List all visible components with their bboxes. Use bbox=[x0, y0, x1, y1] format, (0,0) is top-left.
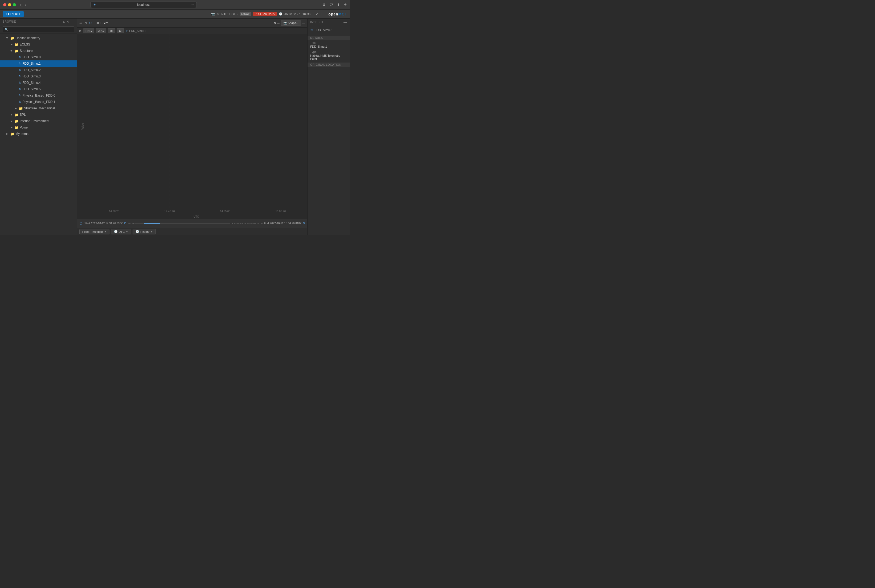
browse-label: BROWSE bbox=[3, 20, 16, 23]
snapshot-button[interactable]: 📷 Snaps... bbox=[281, 21, 301, 26]
x-label: 15:03:20 bbox=[275, 210, 286, 213]
clock-icon: 🕐 bbox=[279, 12, 283, 16]
tree-nav-icon[interactable]: ▶ bbox=[79, 29, 81, 33]
history-button[interactable]: 🕐 History ▼ bbox=[132, 229, 156, 234]
telemetry-icon: ↻ bbox=[19, 87, 21, 91]
refresh-icon[interactable]: ↻ bbox=[274, 21, 276, 25]
inspect-close-icon[interactable]: — bbox=[343, 20, 347, 24]
sidebar-item-fdd-simu-1[interactable]: ▶ ↻ FDD_Simu.1 bbox=[0, 60, 77, 67]
sidebar-item-my-items[interactable]: ▶ 📁 My Items bbox=[0, 130, 77, 137]
realtime-icon[interactable]: ↻ bbox=[84, 21, 87, 25]
sidebar-item-structure[interactable]: ▶ 📁 Structure bbox=[0, 48, 77, 54]
window-icons: ⊡ ‹ bbox=[20, 3, 26, 7]
sidebar-item-label: SPL bbox=[20, 113, 26, 117]
sidebar-item-spl[interactable]: ▶ 📁 SPL bbox=[0, 111, 77, 118]
snapshots-count: 0 SNAPSHOTS bbox=[217, 12, 238, 16]
chart-area: Value 14:38:20 14:46:40 14:55:00 15:03:2… bbox=[77, 34, 307, 219]
start-calendar-icon[interactable]: 🗓 bbox=[124, 222, 126, 225]
png-button[interactable]: PNG bbox=[83, 28, 94, 33]
sidebar-item-label: FDD_Simu.5 bbox=[23, 87, 41, 91]
view-options-icon[interactable]: ··· bbox=[277, 21, 280, 25]
clear-data-button[interactable]: ✕ CLEAR DATA bbox=[253, 12, 277, 16]
sidebar-item-fdd-simu-4[interactable]: ▶ ↻ FDD_Simu.4 bbox=[0, 80, 77, 86]
arrow-icon: ▶ bbox=[14, 107, 18, 110]
end-time: 2022-10-12 15:04:26.810Z bbox=[270, 222, 301, 225]
folder-icon: 📁 bbox=[14, 119, 19, 123]
fixed-timespan-button[interactable]: Fixed Timespan ▼ bbox=[79, 229, 110, 234]
x-label: 14:46:40 bbox=[164, 210, 175, 213]
start-label: Start bbox=[84, 222, 90, 225]
sidebar-item-interior-environment[interactable]: ▶ 📁 Interior_Environment bbox=[0, 118, 77, 124]
create-button[interactable]: + CREATE bbox=[3, 11, 24, 17]
scrubber-track[interactable] bbox=[134, 223, 230, 224]
sidebar-collapse-icon[interactable]: — bbox=[71, 20, 74, 23]
address-bar[interactable]: ✦ localhost ⋯ bbox=[90, 2, 197, 8]
jpg-button[interactable]: JPG bbox=[96, 28, 106, 33]
telemetry-icon: ↻ bbox=[19, 75, 21, 78]
top-toolbar: + CREATE 📷 0 SNAPSHOTS SHOW ✕ CLEAR DATA… bbox=[0, 10, 350, 19]
close-button[interactable] bbox=[3, 3, 6, 6]
orig-location-header: ORIGINAL LOCATION bbox=[308, 63, 350, 67]
telemetry-icon: ↻ bbox=[19, 68, 21, 72]
maximize-button[interactable] bbox=[13, 3, 16, 6]
title-detail-row: Title FDD_Simu.1 bbox=[308, 40, 350, 49]
sidebar-item-eclss[interactable]: ▶ 📁 ECLSS bbox=[0, 41, 77, 48]
sidebar-toggle-icon[interactable]: ⊡ bbox=[20, 3, 23, 7]
sidebar: BROWSE ⊡ ⚙ — ▶ 📁 Habitat Telemetry ▶ 📁 E… bbox=[0, 19, 77, 235]
layout-icon-2[interactable]: ⊟ bbox=[324, 12, 326, 16]
sidebar-item-physics-fdd-0[interactable]: ▶ ↻ Physics_Based_FDD.0 bbox=[0, 92, 77, 99]
sidebar-item-label: FDD_Simu.0 bbox=[23, 56, 41, 59]
share-icon[interactable]: ⬆ bbox=[337, 3, 340, 7]
arrow-icon: ▶ bbox=[10, 49, 13, 52]
sidebar-item-structure-mechanical[interactable]: ▶ 📁 Structure_Mechanical bbox=[0, 105, 77, 111]
time-value: 2022/10/12 15:04:38 ... bbox=[284, 12, 314, 16]
new-tab-icon[interactable]: + bbox=[344, 2, 347, 8]
time-label-1500: 15:00 bbox=[256, 222, 263, 225]
sidebar-item-label: FDD_Simu.1 bbox=[23, 62, 41, 66]
more-options-icon[interactable]: ⋯ bbox=[302, 21, 305, 25]
search-input[interactable] bbox=[3, 26, 74, 32]
title-detail-label: Title bbox=[310, 41, 347, 44]
sidebar-item-fdd-simu-5[interactable]: ▶ ↻ FDD_Simu.5 bbox=[0, 86, 77, 92]
layout-icon-1[interactable]: ⊞ bbox=[320, 12, 322, 16]
address-options[interactable]: ⋯ bbox=[191, 3, 194, 7]
shield-icon[interactable]: 🛡 bbox=[329, 3, 333, 7]
sidebar-item-habitat-telemetry[interactable]: ▶ 📁 Habitat Telemetry bbox=[0, 35, 77, 41]
sidebar-item-fdd-simu-0[interactable]: ▶ ↻ FDD_Simu.0 bbox=[0, 54, 77, 60]
download-icon[interactable]: ⬇ bbox=[322, 3, 326, 7]
telemetry-icon: ↻ bbox=[19, 81, 21, 85]
sidebar-item-fdd-simu-2[interactable]: ▶ ↻ FDD_Simu.2 bbox=[0, 67, 77, 73]
sidebar-item-physics-fdd-1[interactable]: ▶ ↻ Physics_Based_FDD.1 bbox=[0, 99, 77, 105]
grid-line bbox=[281, 34, 281, 219]
sidebar-icon-1[interactable]: ⊡ bbox=[63, 20, 66, 23]
view-controls: ↻ ··· 📷 Snaps... ⋯ bbox=[274, 21, 305, 26]
sidebar-item-label: Structure bbox=[20, 49, 33, 52]
back-icon[interactable]: ‹ bbox=[25, 3, 26, 7]
sidebar-item-power[interactable]: ▶ 📁 Power bbox=[0, 124, 77, 130]
folder-icon: 📁 bbox=[14, 126, 19, 130]
sidebar-icon-2[interactable]: ⚙ bbox=[67, 20, 70, 23]
folder-icon: 📁 bbox=[10, 36, 14, 40]
sidebar-item-label: ECLSS bbox=[20, 43, 30, 46]
time-scrubber[interactable]: 14:35 14:40 14:45 14:50 14:55 15:00 bbox=[128, 222, 263, 225]
arrow-icon: ▶ bbox=[5, 132, 9, 135]
expand-icon[interactable]: ⤢ bbox=[316, 12, 318, 16]
show-snapshots-button[interactable]: SHOW bbox=[240, 12, 251, 16]
arrow-icon: ▶ bbox=[10, 43, 13, 46]
grid-button[interactable]: ⊟ bbox=[117, 28, 124, 33]
site-icon: ✦ bbox=[93, 3, 96, 7]
details-section: DETAILS Title FDD_Simu.1 Type Habitat HM… bbox=[308, 34, 350, 69]
chart-content: 14:38:20 14:46:40 14:55:00 15:03:20 UTC bbox=[85, 34, 307, 219]
utc-button[interactable]: 🕐 UTC ▼ bbox=[111, 229, 131, 234]
end-calendar-icon[interactable]: 🗓 bbox=[302, 222, 305, 225]
sidebar-item-fdd-simu-3[interactable]: ▶ ↻ FDD_Simu.3 bbox=[0, 73, 77, 80]
inspect-title: ↻ FDD_Simu.1 bbox=[308, 26, 350, 34]
folder-icon: 📁 bbox=[14, 113, 19, 117]
scrubber-handle[interactable] bbox=[144, 223, 160, 224]
arrow-icon: ▶ bbox=[10, 113, 13, 116]
telemetry-icon: ↻ bbox=[19, 100, 21, 104]
back-nav-icon[interactable]: ↩ bbox=[79, 21, 83, 25]
minimize-button[interactable] bbox=[8, 3, 11, 6]
expand-button[interactable]: ⊞ bbox=[108, 28, 115, 33]
sidebar-item-label: Physics_Based_FDD.1 bbox=[23, 100, 55, 104]
